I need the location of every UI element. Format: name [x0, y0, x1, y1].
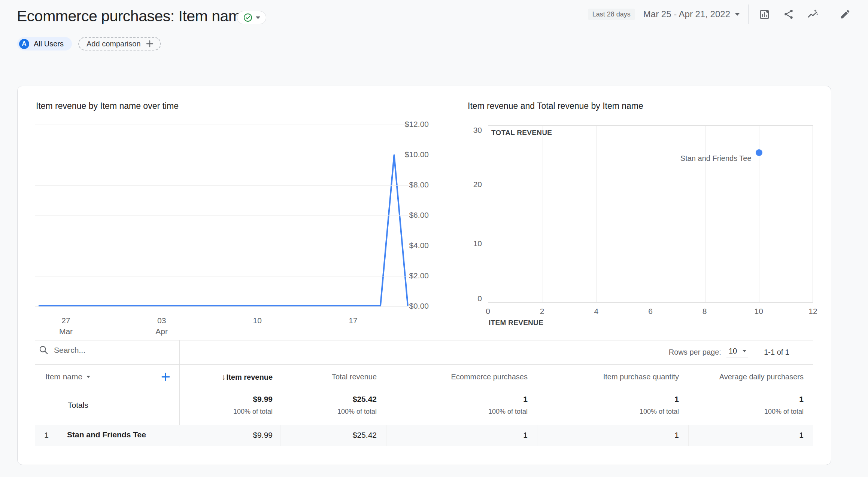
scatter-chart-plot: TOTAL REVENUE Stan and Friends Tee: [488, 125, 813, 303]
y-axis-tick: $12.00: [397, 120, 429, 129]
gridline-h: [35, 125, 409, 125]
table-pagination: Rows per page: 10 1-1 of 1: [669, 344, 789, 360]
gridline-h: [488, 185, 813, 185]
chevron-down-icon: [256, 16, 260, 19]
divider: [748, 4, 749, 24]
row-cell-value: 1: [646, 431, 804, 440]
totals-value: $25.42: [219, 395, 377, 404]
gridline-h: [488, 244, 813, 244]
share-icon[interactable]: [781, 6, 796, 22]
report-card: Item revenue by Item name over time $12.…: [17, 86, 831, 465]
line-chart-y-axis: $12.00$10.00$8.00$6.00$4.00$2.00$0.00: [397, 125, 429, 306]
chevron-down-icon: [743, 350, 746, 352]
y-axis-tick: $2.00: [397, 271, 429, 280]
gridline-h: [35, 185, 409, 186]
search-icon: [39, 345, 49, 355]
totals-value: 1: [370, 395, 528, 404]
totals-percent: 100% of total: [219, 408, 377, 416]
page-title: Ecommerce purchases: Item name: [17, 7, 249, 25]
chevron-down-icon: [87, 376, 90, 378]
column-header-ecommerce-purchases[interactable]: Ecommerce purchases: [370, 373, 528, 381]
scatter-point[interactable]: [756, 149, 762, 156]
x-axis-tick: 4: [581, 307, 611, 316]
x-axis-tick: 17: [331, 315, 376, 326]
y-axis-tick: $4.00: [397, 241, 429, 250]
comparison-chips: A All Users Add comparison: [17, 37, 161, 51]
x-axis-tick: 6: [635, 307, 665, 316]
totals-value: 1: [646, 395, 804, 404]
all-users-chip[interactable]: A All Users: [17, 37, 72, 51]
add-comparison-button[interactable]: Add comparison: [78, 37, 161, 51]
gridline-h: [35, 155, 409, 155]
gridline-v: [543, 126, 543, 302]
table-header-border: [35, 364, 813, 365]
y-axis-tick: $10.00: [397, 150, 429, 159]
x-axis-tick: 12: [798, 307, 828, 316]
line-chart-title: Item revenue by Item name over time: [36, 101, 179, 111]
comparison-a-badge: A: [19, 39, 29, 49]
totals-percent: 100% of total: [370, 408, 528, 416]
date-range-picker[interactable]: Mar 25 - Apr 21, 2022: [643, 9, 740, 19]
table-top-border: [35, 340, 813, 340]
gridline-h: [35, 215, 409, 216]
gridline-h: [35, 306, 409, 307]
y-axis-tick: 30: [459, 126, 482, 135]
gridline-v: [597, 126, 597, 302]
row-index: 1: [41, 431, 52, 440]
rows-per-page-label: Rows per page:: [669, 348, 721, 357]
scatter-chart-title: Item revenue and Total revenue by Item n…: [468, 101, 643, 111]
totals-label: Totals: [68, 401, 88, 410]
gridline-h: [35, 276, 409, 276]
rows-per-page-select[interactable]: 10: [726, 346, 748, 358]
y-axis-tick: 10: [459, 239, 482, 248]
pagination-range: 1-1 of 1: [764, 348, 789, 357]
totals-percent: 100% of total: [646, 408, 804, 416]
search-input[interactable]: Search...: [54, 346, 85, 355]
row-cell-value: 1: [370, 431, 528, 440]
line-chart-x-axis: 27Mar03Apr1017: [35, 315, 409, 337]
column-header-total-revenue[interactable]: Total revenue: [219, 373, 377, 381]
line-series-item-revenue: [39, 155, 408, 306]
gridline-v: [651, 126, 651, 302]
y-axis-tick: 0: [459, 294, 482, 303]
x-axis-tick: 27Mar: [43, 315, 88, 337]
x-axis-tick: 2: [527, 307, 557, 316]
header-toolbar: Last 28 days Mar 25 - Apr 21, 2022: [588, 0, 853, 28]
table-search[interactable]: Search...: [39, 345, 85, 355]
y-axis-tick: 20: [459, 180, 482, 189]
all-users-label: All Users: [34, 40, 64, 48]
scatter-point-label: Stan and Friends Tee: [583, 154, 752, 163]
y-axis-tick: $0.00: [397, 302, 429, 311]
date-range-text: Mar 25 - Apr 21, 2022: [643, 9, 730, 19]
column-header-average-daily-purchasers[interactable]: Average daily purchasers: [646, 373, 804, 381]
rows-per-page-value: 10: [729, 347, 737, 355]
y-axis-title: TOTAL REVENUE: [491, 129, 552, 137]
x-axis-tick: 8: [690, 307, 720, 316]
x-axis-title: ITEM REVENUE: [489, 319, 543, 327]
add-comparison-label: Add comparison: [87, 40, 141, 48]
edit-pencil-icon[interactable]: [837, 6, 853, 22]
line-chart-plot: [35, 125, 409, 306]
gridline-v: [705, 126, 705, 302]
report-status-dropdown[interactable]: [237, 11, 266, 24]
customize-report-icon[interactable]: [757, 6, 773, 22]
dimension-header-item-name[interactable]: Item name: [45, 364, 91, 389]
x-axis-tick: 03Apr: [139, 315, 184, 337]
insights-icon[interactable]: [805, 6, 820, 22]
date-range-preset-badge: Last 28 days: [588, 9, 635, 20]
row-cell-value: $25.42: [219, 431, 377, 440]
plus-icon: [145, 39, 154, 48]
gridline-h: [35, 246, 409, 246]
scatter-chart-x-axis: 024681012: [488, 307, 813, 318]
divider: [829, 4, 829, 24]
x-axis-tick: 0: [473, 307, 503, 316]
dimension-label: Item name: [45, 372, 82, 381]
scatter-chart-y-axis: 3020100: [459, 125, 482, 303]
x-axis-tick: 10: [235, 315, 280, 326]
chevron-down-icon: [735, 13, 740, 16]
y-axis-tick: $6.00: [397, 211, 429, 220]
x-axis-tick: 10: [744, 307, 774, 316]
check-circle-icon: [243, 13, 252, 22]
y-axis-tick: $8.00: [397, 180, 429, 189]
